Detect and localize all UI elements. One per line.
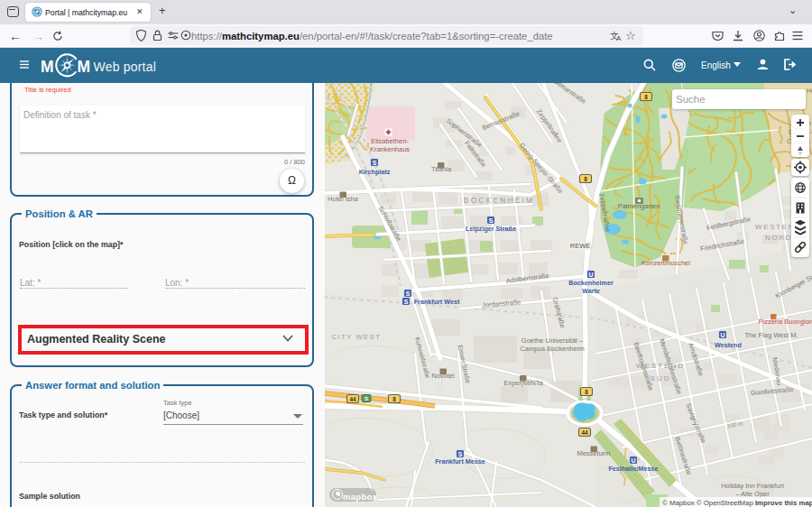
svg-text:Frankfurt West: Frankfurt West bbox=[414, 298, 460, 306]
svg-text:REWE: REWE bbox=[570, 242, 591, 250]
svg-text:8: 8 bbox=[644, 94, 648, 100]
svg-text:S: S bbox=[373, 160, 377, 166]
svg-text:BOCKENHEIM: BOCKENHEIM bbox=[464, 196, 534, 205]
svg-text:S: S bbox=[489, 217, 494, 224]
svg-text:Leipziger Straße: Leipziger Straße bbox=[466, 225, 516, 233]
svg-text:8: 8 bbox=[584, 176, 587, 182]
svg-text:S: S bbox=[458, 451, 463, 457]
svg-text:S: S bbox=[406, 290, 411, 297]
svg-text:The Flag West M.: The Flag West M. bbox=[744, 331, 798, 339]
svg-text:8: 8 bbox=[585, 389, 588, 395]
svg-text:U: U bbox=[631, 457, 635, 464]
svg-text:Elisabethen-: Elisabethen- bbox=[371, 137, 409, 145]
svg-text:NORD: NORD bbox=[765, 234, 792, 242]
svg-text:8: 8 bbox=[392, 396, 396, 402]
svg-text:Goethe Universität –: Goethe Universität – bbox=[521, 336, 584, 345]
svg-text:CITY WEST: CITY WEST bbox=[332, 333, 382, 341]
svg-text:Bockenheimer: Bockenheimer bbox=[568, 279, 614, 287]
svg-text:He: He bbox=[807, 88, 812, 94]
svg-text:44: 44 bbox=[349, 396, 356, 402]
svg-text:Warte: Warte bbox=[582, 287, 600, 295]
svg-text:44: 44 bbox=[581, 429, 588, 436]
svg-text:U: U bbox=[720, 332, 724, 338]
svg-text:WESTEN: WESTEN bbox=[755, 223, 795, 231]
svg-text:Holiday Inn Frankfurt: Holiday Inn Frankfurt bbox=[721, 482, 785, 490]
svg-text:Westend: Westend bbox=[715, 341, 742, 349]
svg-text:A: A bbox=[616, 34, 622, 41]
svg-text:Campus Bockenheim: Campus Bockenheim bbox=[520, 345, 584, 353]
svg-text:Pizzeria Buongiorn: Pizzeria Buongiorn bbox=[759, 318, 812, 326]
svg-text:Frankfurt Messe: Frankfurt Messe bbox=[435, 457, 485, 466]
svg-text:Kirchplatz: Kirchplatz bbox=[359, 168, 391, 176]
svg-text:Krankenhaus: Krankenhaus bbox=[370, 145, 410, 153]
svg-text:S: S bbox=[404, 299, 409, 305]
svg-text:S: S bbox=[364, 396, 368, 401]
svg-text:Festhalle/Messe: Festhalle/Messe bbox=[608, 465, 658, 473]
svg-text:U: U bbox=[588, 272, 593, 278]
